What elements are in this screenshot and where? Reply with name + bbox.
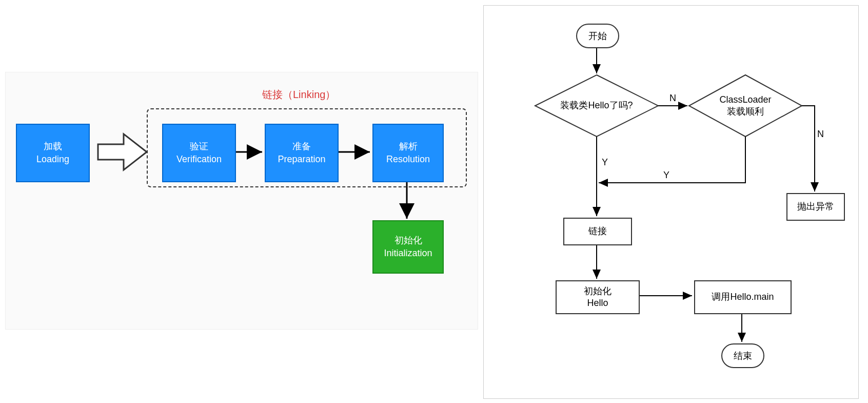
decision-classloader-line1: ClassLoader	[719, 94, 771, 106]
end-label: 结束	[734, 350, 752, 362]
init-hello-line1: 初始化	[584, 285, 611, 297]
decision-classloader-label: ClassLoader 装载顺利	[719, 94, 771, 118]
linking-title: 链接（Linking）	[262, 88, 336, 102]
preparation-label-cn: 准备	[292, 140, 311, 153]
edge-Y-2: Y	[663, 170, 669, 181]
verification-box: 验证 Verification	[162, 124, 236, 182]
edge-N-2: N	[817, 129, 824, 140]
initialization-label-cn: 初始化	[394, 234, 422, 247]
link-box: 链接	[563, 218, 632, 245]
verification-label-cn: 验证	[190, 140, 208, 153]
decision-loaded-label: 装载类Hello了吗?	[560, 100, 633, 111]
call-main-label: 调用Hello.main	[712, 291, 774, 303]
start-label: 开始	[588, 30, 607, 42]
right-flowchart-panel: 开始 装载类Hello了吗? ClassLoader 装载顺利 N N Y Y …	[483, 5, 859, 399]
edge-Y-1: Y	[602, 157, 608, 168]
loading-box: 加载 Loading	[16, 124, 90, 182]
init-hello-line2: Hello	[587, 297, 608, 309]
left-diagram-panel: 加载 Loading 链接（Linking） 验证 Verification 准…	[5, 72, 478, 330]
resolution-box: 解析 Resolution	[372, 124, 444, 182]
resolution-label-cn: 解析	[399, 140, 418, 153]
throw-exception-label: 抛出异常	[797, 201, 834, 213]
call-main-box: 调用Hello.main	[694, 280, 792, 314]
decision-classloader-line2: 装载顺利	[719, 106, 771, 118]
initialization-box: 初始化 Initialization	[372, 220, 444, 274]
init-hello-box: 初始化 Hello	[556, 280, 640, 314]
preparation-box: 准备 Preparation	[265, 124, 339, 182]
end-terminal: 结束	[721, 343, 764, 368]
decision-classloader-diamond: ClassLoader 装载顺利	[689, 75, 802, 137]
loading-label-en: Loading	[36, 153, 69, 166]
decision-loaded-diamond: 装载类Hello了吗?	[535, 75, 658, 137]
initialization-label-en: Initialization	[384, 247, 432, 260]
start-terminal: 开始	[576, 24, 619, 48]
link-label: 链接	[588, 225, 607, 237]
throw-exception-box: 抛出异常	[786, 193, 845, 221]
verification-label-en: Verification	[176, 153, 222, 166]
loading-label-cn: 加载	[44, 140, 62, 153]
resolution-label-en: Resolution	[386, 153, 430, 166]
preparation-label-en: Preparation	[278, 153, 325, 166]
edge-N-1: N	[669, 93, 676, 104]
